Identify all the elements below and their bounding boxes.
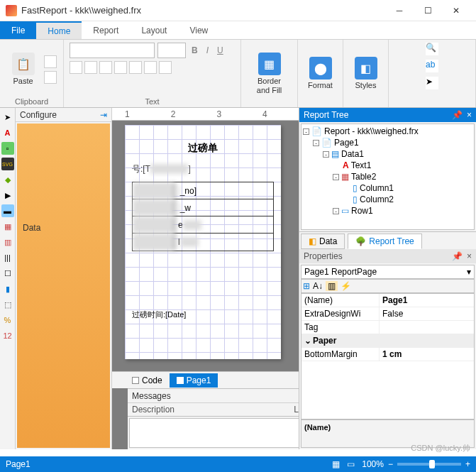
group-text-label: Text: [145, 96, 159, 106]
status-bar: Page1 ▦ ▭ 100% − +: [0, 456, 476, 472]
matrix-tool[interactable]: ▥: [1, 236, 14, 248]
underline-button[interactable]: U: [214, 45, 226, 55]
zoom-control[interactable]: 100% − +: [362, 459, 470, 469]
panel-collapse-icon[interactable]: ⇥: [100, 110, 107, 120]
text-tool[interactable]: A: [1, 126, 14, 139]
menu-view[interactable]: View: [178, 21, 219, 39]
report-page[interactable]: 过磅单 号:[T________] xxl_no] xxl_w xxe____ …: [125, 125, 281, 359]
line-tool[interactable]: ▶: [1, 189, 14, 202]
table-row[interactable]: xxl____: [133, 234, 273, 251]
close-panel-icon[interactable]: ×: [467, 251, 472, 261]
expand-icon[interactable]: -: [333, 208, 339, 214]
select-button[interactable]: ➤: [426, 77, 438, 89]
align-left-button[interactable]: [70, 61, 82, 74]
gauge-tool[interactable]: %: [1, 314, 14, 326]
report-title-text[interactable]: 过磅单: [125, 142, 281, 155]
font-size-select[interactable]: [157, 43, 186, 58]
collapse-icon[interactable]: ⌄: [301, 334, 310, 347]
menu-report[interactable]: Report: [82, 21, 130, 39]
data-dictionary-panel[interactable]: Data: [17, 124, 110, 448]
col-description: Description: [132, 405, 294, 415]
table-tool[interactable]: ▦: [1, 220, 14, 233]
band-tool[interactable]: ▬: [1, 204, 14, 217]
chart-tool[interactable]: ▮: [1, 282, 14, 295]
table-row[interactable]: xxl_no]: [133, 182, 273, 199]
expand-icon[interactable]: -: [313, 140, 319, 146]
code-icon: [132, 377, 139, 384]
expand-icon[interactable]: -: [303, 128, 309, 135]
pin-icon[interactable]: 📌: [452, 110, 463, 120]
menu-layout[interactable]: Layout: [130, 21, 178, 39]
styles-button[interactable]: ◧Styles: [350, 50, 382, 97]
close-panel-icon[interactable]: ×: [467, 110, 472, 120]
properties-header: Properties 📌×: [299, 249, 476, 263]
events-button[interactable]: ⚡: [341, 281, 351, 291]
horizontal-ruler: 1 2 3 4: [112, 108, 299, 121]
align-center-button[interactable]: [84, 61, 97, 74]
copy-button[interactable]: [44, 71, 57, 84]
messages-list[interactable]: [129, 418, 299, 448]
app-logo-icon: [6, 5, 17, 16]
checkbox-tool[interactable]: ☐: [1, 267, 14, 280]
find-button[interactable]: 🔍: [426, 43, 438, 55]
categorized-button[interactable]: ⊞: [303, 281, 310, 291]
tab-data[interactable]: ◧Data: [301, 234, 345, 249]
digit-tool[interactable]: 12: [1, 329, 14, 342]
zoom-in-button[interactable]: +: [465, 459, 470, 469]
valign-middle-button[interactable]: [144, 61, 157, 74]
font-family-select[interactable]: [70, 43, 155, 58]
tool-strip: ➤ A ▫ SVG ◆ ▶ ▬ ▦ ▥ ||| ☐ ▮ ⬚ % 12: [0, 108, 16, 449]
align-right-button[interactable]: [99, 61, 112, 74]
tab-page1[interactable]: Page1: [170, 373, 218, 388]
properties-panel: Page1 ReportPage▾ ⊞ A↓ ▥ ⚡ (Name)Page1 E…: [301, 265, 475, 448]
bold-button[interactable]: B: [189, 45, 201, 55]
zoom-value: 100%: [362, 459, 384, 469]
italic-button[interactable]: I: [204, 45, 211, 55]
valign-bottom-button[interactable]: [159, 61, 172, 74]
zoom-out-button[interactable]: −: [388, 459, 393, 469]
canvas-viewport[interactable]: 过磅单 号:[T________] xxl_no] xxl_w xxe____ …: [112, 121, 299, 371]
table-row[interactable]: xxe____: [133, 216, 273, 234]
group-clipboard-label: Clipboard: [15, 96, 48, 106]
pages-button[interactable]: ▥: [326, 281, 338, 291]
close-button[interactable]: ✕: [442, 1, 470, 21]
shape-tool[interactable]: ◆: [1, 173, 14, 186]
expand-icon[interactable]: -: [333, 174, 339, 180]
data-label: Data: [23, 223, 40, 233]
menu-home[interactable]: Home: [36, 21, 82, 39]
timestamp-field[interactable]: 过磅时间:[Date]: [132, 309, 186, 320]
paste-icon: 📋: [12, 53, 35, 75]
replace-button[interactable]: ab: [426, 60, 438, 72]
zoom-thumb[interactable]: [429, 460, 435, 468]
report-tree[interactable]: -📄Report - kkk\\weighed.frx -📄Page1 -▤Da…: [301, 124, 475, 230]
zip-tool[interactable]: ⬚: [1, 298, 14, 311]
menu-file[interactable]: File: [0, 21, 36, 39]
expand-icon[interactable]: -: [323, 151, 329, 158]
messages-title: Messages: [132, 391, 171, 401]
cut-button[interactable]: [44, 55, 57, 68]
paste-button[interactable]: 📋 Paste: [7, 46, 40, 93]
zoom-slider[interactable]: [397, 463, 461, 466]
valign-top-button[interactable]: [129, 61, 142, 74]
alphabetical-button[interactable]: A↓: [313, 281, 323, 291]
design-canvas: 1 2 3 4 过磅单 号:[T________] xxl_no] xxl_w …: [112, 108, 299, 449]
report-tree-header: Report Tree 📌×: [299, 108, 476, 122]
barcode-tool[interactable]: |||: [1, 251, 14, 264]
minimize-button[interactable]: ─: [385, 1, 414, 21]
property-object-selector[interactable]: Page1 ReportPage▾: [301, 265, 475, 279]
styles-icon: ◧: [355, 57, 377, 79]
tab-report-tree[interactable]: 🌳Report Tree: [348, 234, 421, 249]
format-button[interactable]: ⬤Format: [304, 50, 337, 97]
tab-code[interactable]: Code: [125, 373, 170, 388]
pin-icon[interactable]: 📌: [452, 251, 463, 261]
ticket-field[interactable]: 号:[T________]: [132, 163, 191, 175]
table-row[interactable]: xxl_w: [133, 199, 273, 216]
svg-tool[interactable]: SVG: [1, 158, 14, 170]
align-justify-button[interactable]: [114, 61, 127, 74]
border-fill-button[interactable]: ▦Border and Fill: [253, 50, 286, 97]
pointer-tool[interactable]: ➤: [1, 111, 14, 124]
report-table[interactable]: xxl_no] xxl_w xxe____ xxl____: [132, 182, 274, 251]
maximize-button[interactable]: ☐: [414, 1, 442, 21]
picture-tool[interactable]: ▫: [1, 142, 14, 155]
property-grid[interactable]: (Name)Page1 ExtraDesignWiFalse Tag ⌄Pape…: [301, 293, 475, 419]
